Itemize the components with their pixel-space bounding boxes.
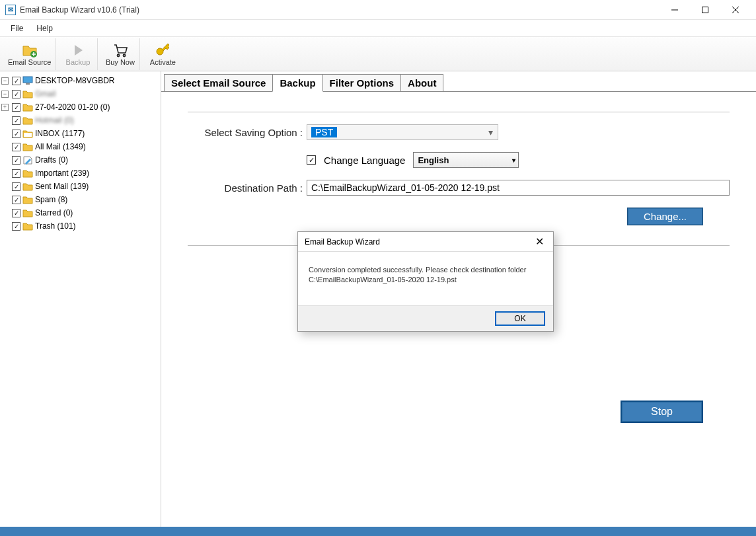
expander-icon[interactable]: − (1, 91, 9, 98)
language-value: English (418, 155, 449, 165)
svg-rect-1 (702, 7, 708, 13)
tool-buy-now-label: Buy Now (106, 58, 135, 66)
saving-option-select[interactable]: PST ▾ (307, 124, 498, 140)
tool-email-source-label: Email Source (8, 58, 51, 66)
drafts-icon (22, 155, 33, 165)
divider (188, 112, 730, 112)
tree-item[interactable]: Important (239) (35, 169, 89, 178)
tool-activate-label: Activate (150, 58, 176, 66)
stop-button[interactable]: Stop (621, 401, 703, 423)
tree-item[interactable]: Spam (8) (35, 195, 67, 204)
computer-icon (22, 76, 33, 85)
tool-backup-label: Backup (66, 58, 91, 66)
svg-point-6 (123, 54, 125, 56)
tree-item[interactable]: Sent Mail (139) (35, 182, 89, 191)
tool-activate[interactable]: Activate (143, 38, 182, 70)
svg-rect-9 (26, 83, 30, 85)
checkbox[interactable] (12, 77, 20, 85)
folder-icon (22, 89, 33, 98)
language-select[interactable]: English ▾ (413, 152, 519, 168)
folder-icon (22, 182, 33, 191)
menubar: File Help (0, 20, 756, 37)
menu-file[interactable]: File (4, 21, 30, 36)
minimize-button[interactable] (660, 0, 690, 20)
close-button[interactable] (720, 0, 751, 20)
key-icon (155, 42, 170, 58)
change-button[interactable]: Change... (627, 208, 703, 225)
folder-icon (22, 116, 33, 125)
checkbox[interactable] (12, 90, 20, 98)
dialog-close-icon[interactable]: ✕ (533, 235, 547, 248)
folder-icon (22, 102, 33, 112)
destination-label: Destination Path : (188, 182, 307, 194)
titlebar: ✉ Email Backup Wizard v10.6 (Trial) (0, 0, 756, 20)
tree-root[interactable]: DESKTOP-M8VGBDR (35, 76, 114, 85)
completion-dialog: Email Backup Wizard ✕ Conversion complet… (297, 231, 554, 332)
tree-item[interactable]: 27-04-2020 01-20 (0) (35, 102, 110, 112)
saving-option-value: PST (311, 127, 337, 137)
play-icon (70, 42, 86, 58)
chevron-down-icon: ▾ (484, 126, 496, 138)
tool-email-source[interactable]: Email Source (4, 38, 56, 70)
tool-buy-now[interactable]: Buy Now (100, 38, 140, 70)
change-language-label: Change Language (324, 155, 405, 166)
dialog-message-1: Conversion completed successfully. Pleas… (309, 265, 543, 275)
svg-rect-8 (23, 77, 32, 83)
tree-item[interactable]: All Mail (1349) (35, 142, 86, 151)
maximize-button[interactable] (690, 0, 720, 20)
svg-point-5 (117, 54, 119, 56)
tree-item[interactable]: Hotmail (0) (35, 116, 74, 125)
tab-about[interactable]: About (400, 74, 443, 92)
tab-select-source[interactable]: Select Email Source (164, 74, 273, 92)
checkbox[interactable] (12, 196, 20, 204)
expander-icon[interactable]: + (1, 104, 9, 111)
menu-help[interactable]: Help (30, 21, 59, 36)
folder-icon (22, 142, 33, 151)
tab-filter[interactable]: Filter Options (322, 74, 402, 92)
window-controls (660, 0, 751, 20)
svg-rect-10 (24, 133, 32, 137)
tree-item[interactable]: INBOX (1177) (35, 129, 85, 138)
tab-backup[interactable]: Backup (272, 74, 322, 92)
checkbox[interactable] (12, 143, 20, 151)
destination-input[interactable] (307, 180, 730, 196)
checkbox[interactable] (12, 130, 20, 138)
inbox-icon (22, 129, 33, 138)
folder-plus-icon (22, 42, 38, 58)
dialog-message-2: C:\EmailBackupWizard_01-05-2020 12-19.ps… (309, 275, 543, 285)
folder-icon (22, 169, 33, 178)
tree-item[interactable]: Trash (101) (35, 221, 76, 231)
chevron-down-icon: ▾ (512, 157, 515, 164)
toolbar: Email Source Backup Buy Now Activate (0, 37, 756, 71)
folder-tree[interactable]: − DESKTOP-M8VGBDR − Gmail +27-04-2020 01… (0, 71, 161, 527)
change-language-checkbox[interactable] (307, 155, 316, 165)
checkbox[interactable] (12, 222, 20, 231)
window-title: Email Backup Wizard v10.6 (Trial) (20, 5, 660, 15)
checkbox[interactable] (12, 182, 20, 191)
tree-item[interactable]: Drafts (0) (35, 155, 68, 165)
checkbox[interactable] (12, 169, 20, 178)
folder-icon (22, 208, 33, 217)
checkbox[interactable] (12, 103, 20, 112)
app-icon: ✉ (5, 5, 16, 15)
dialog-ok-button[interactable]: OK (495, 311, 545, 326)
checkbox[interactable] (12, 156, 20, 165)
expander-icon[interactable]: − (1, 77, 9, 85)
cart-icon (112, 42, 128, 58)
tabstrip: Select Email Source Backup Filter Option… (164, 74, 756, 92)
dialog-title: Email Backup Wizard (305, 237, 380, 247)
tool-backup[interactable]: Backup (58, 38, 98, 70)
folder-icon (22, 195, 33, 204)
statusbar (0, 527, 756, 536)
tree-item[interactable]: Starred (0) (35, 208, 73, 217)
checkbox[interactable] (12, 116, 20, 125)
saving-option-label: Select Saving Option : (188, 127, 307, 138)
checkbox[interactable] (12, 209, 20, 217)
folder-icon (22, 221, 33, 231)
tree-account[interactable]: Gmail (35, 89, 56, 98)
